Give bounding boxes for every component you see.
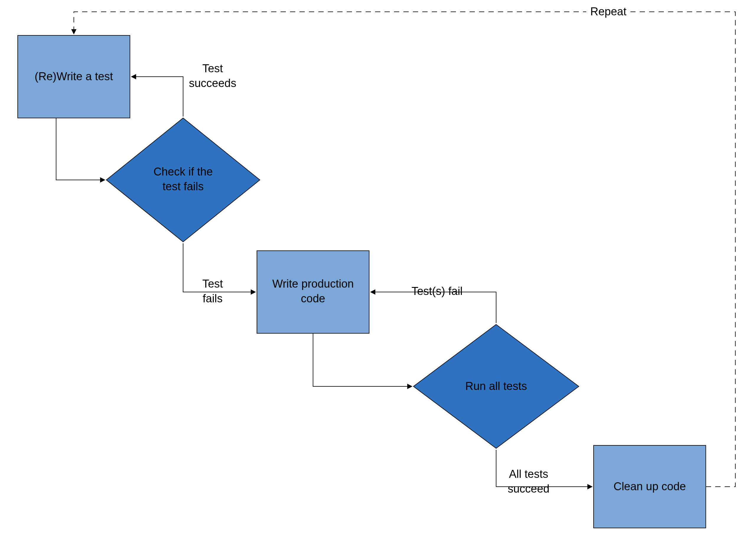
edge-rewrite-to-check xyxy=(56,118,105,180)
node-check-test-fails-label-2: test fails xyxy=(162,180,204,192)
edge-test-succeeds-label-1: Test xyxy=(202,62,223,75)
edge-all-tests-succeed-label-2: succeed xyxy=(508,483,549,495)
node-check-test-fails: Check if the test fails xyxy=(106,118,260,242)
node-write-production-code-label-1: Write production xyxy=(272,278,354,290)
edge-test-succeeds xyxy=(131,77,183,117)
edge-test-succeeds-label-2: succeeds xyxy=(189,77,236,89)
node-clean-up-code: Clean up code xyxy=(594,445,706,528)
edge-all-tests-succeed-label-1: All tests xyxy=(509,468,548,480)
tdd-flow-diagram: (Re)Write a test Check if the test fails… xyxy=(0,0,756,538)
node-run-all-tests: Run all tests xyxy=(413,324,579,448)
node-rewrite-test: (Re)Write a test xyxy=(18,35,130,118)
node-write-production-code: Write production code xyxy=(257,251,369,333)
node-check-test-fails-label-1: Check if the xyxy=(154,165,213,178)
edge-tests-fail-label: Test(s) fail xyxy=(411,285,463,297)
edge-test-fails-label-2: fails xyxy=(203,292,223,305)
edge-test-fails-label-1: Test xyxy=(202,278,223,290)
node-write-production-code-label-2: code xyxy=(301,292,325,305)
edge-repeat xyxy=(74,12,735,487)
svg-marker-1 xyxy=(106,118,260,242)
edge-writeprod-to-runall xyxy=(313,333,412,386)
node-run-all-tests-label: Run all tests xyxy=(465,380,527,392)
node-clean-up-code-label: Clean up code xyxy=(613,480,686,493)
edge-repeat-label: Repeat xyxy=(590,5,627,18)
node-rewrite-test-label: (Re)Write a test xyxy=(34,70,113,82)
svg-rect-2 xyxy=(257,251,369,333)
